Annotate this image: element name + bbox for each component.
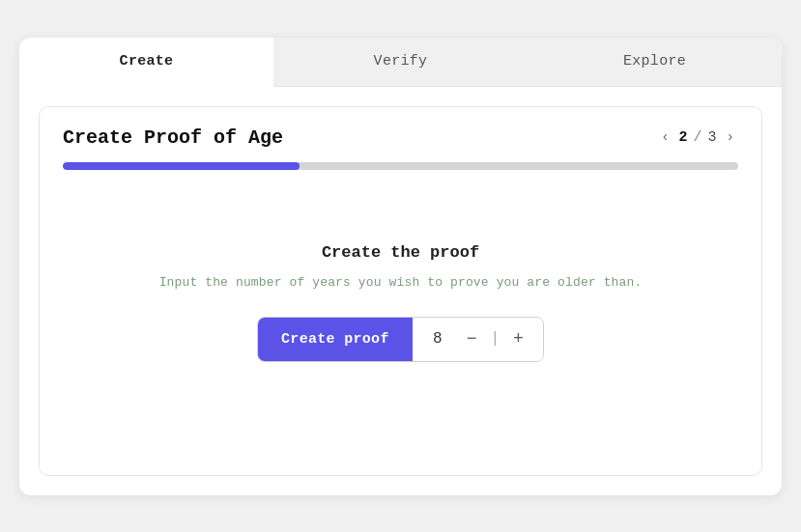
main-card: Create Proof of Age ‹ 2 / 3 › Create the…	[39, 106, 762, 476]
tab-create[interactable]: Create	[19, 38, 273, 87]
section-description: Input the number of years you wish to pr…	[159, 275, 643, 290]
chevron-right-icon[interactable]: ›	[723, 127, 738, 147]
page-nav: ‹ 2 / 3 ›	[657, 127, 738, 147]
increment-button[interactable]: +	[509, 328, 528, 350]
decrement-button[interactable]: −	[463, 328, 481, 350]
tab-verify[interactable]: Verify	[273, 38, 528, 86]
number-value: 8	[428, 330, 447, 348]
number-input-area: 8 − | +	[413, 318, 543, 361]
stepper-separator: |	[491, 330, 501, 348]
card-header: Create Proof of Age ‹ 2 / 3 ›	[40, 107, 761, 185]
total-pages: 3	[708, 129, 717, 146]
create-proof-button[interactable]: Create proof	[258, 318, 413, 361]
app-container: Create Verify Explore Create Proof of Ag…	[19, 38, 782, 495]
input-row: Create proof 8 − | +	[257, 317, 544, 362]
card-title: Create Proof of Age	[63, 126, 283, 149]
card-header-top: Create Proof of Age ‹ 2 / 3 ›	[63, 126, 738, 149]
chevron-left-icon[interactable]: ‹	[657, 127, 672, 147]
section-title: Create the proof	[322, 243, 479, 262]
tab-bar: Create Verify Explore	[19, 38, 782, 87]
current-page: 2	[679, 129, 688, 146]
progress-bar-fill	[63, 162, 300, 170]
stepper-controls: − | +	[463, 328, 528, 350]
progress-bar-container	[63, 162, 738, 170]
tab-explore[interactable]: Explore	[528, 38, 782, 86]
page-separator: /	[694, 129, 702, 146]
card-content: Create the proof Input the number of yea…	[40, 185, 761, 475]
